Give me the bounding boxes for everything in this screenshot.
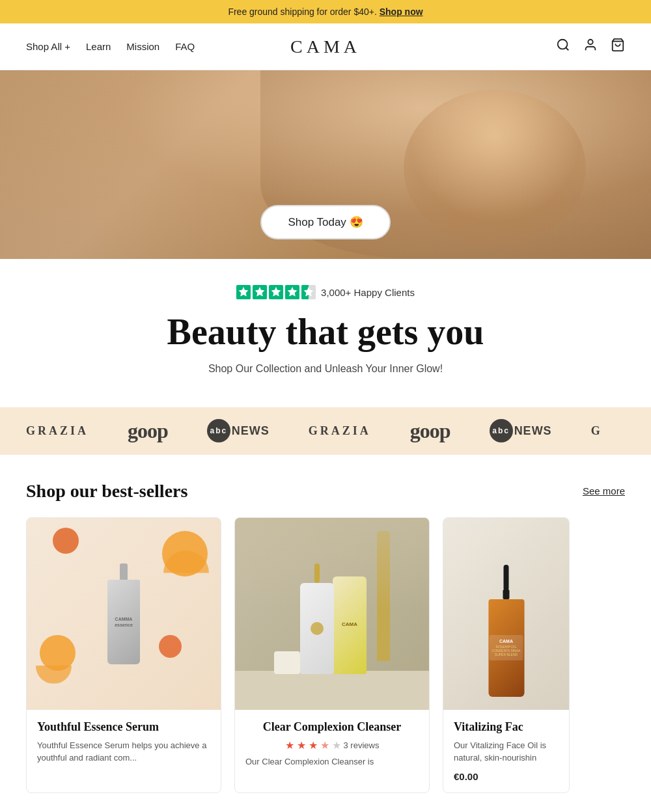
hero-cta-button[interactable]: Shop Today 😍: [260, 205, 390, 239]
product-desc-serum: Youthful Essence Serum helps you achieve…: [37, 739, 210, 765]
product-image-oil: CAMA ROSEHIP OIL CONDENTA SINAA SUPER BL…: [443, 518, 569, 710]
svg-point-1: [588, 40, 592, 44]
products-grid: CAMMAessence Youthful Essence Serum Yout…: [26, 517, 625, 793]
star-filled-3: ★: [309, 739, 318, 751]
star-4-icon: [285, 285, 299, 299]
trust-stars-row: 3,000+ Happy Clients: [13, 285, 638, 299]
product-info-serum: Youthful Essence Serum Youthful Essence …: [27, 710, 221, 781]
trustpilot-stars: [236, 285, 316, 299]
star-filled-1: ★: [285, 739, 294, 751]
grazia-logo-2: GRAZIA: [309, 424, 371, 438]
product-card-cleanser[interactable]: CAMA Clear Complexion Cleanser ★ ★ ★ ★ ★…: [234, 517, 430, 793]
product-image-serum: CAMMAessence: [27, 518, 221, 710]
grazia-logo-3: G: [591, 424, 603, 438]
nav-learn[interactable]: Learn: [86, 41, 111, 52]
best-sellers-section: Shop our best-sellers See more CAMMAesse…: [0, 455, 651, 793]
section-header: Shop our best-sellers See more: [26, 481, 625, 502]
section-title: Shop our best-sellers: [26, 481, 187, 502]
product-info-oil: Vitalizing Fac Our Vitalizing Face Oil i…: [443, 710, 569, 792]
product-card-oil[interactable]: CAMA ROSEHIP OIL CONDENTA SINAA SUPER BL…: [443, 517, 570, 793]
nav-logo[interactable]: CAMA: [290, 36, 361, 57]
star-half: ★: [320, 739, 329, 751]
announcement-text: Free ground shipping for order $40+.: [228, 7, 376, 17]
main-subtext: Shop Our Collection and Unleash Your Inn…: [13, 363, 638, 375]
product-desc-oil: Our Vitalizing Face Oil is natural, skin…: [454, 739, 559, 765]
abc-news-logo-2: abc NEWS: [490, 419, 552, 442]
hero-section: Shop Today 😍: [0, 70, 651, 259]
account-icon[interactable]: [583, 38, 598, 55]
product-desc-cleanser: Our Clear Complexion Cleanser is: [245, 755, 419, 768]
press-bar: GRAZIA goop abc NEWS GRAZIA goop abc NEW…: [0, 407, 651, 455]
nav-faq[interactable]: FAQ: [175, 41, 195, 52]
abc-news-logo-1: abc NEWS: [207, 419, 270, 442]
navigation: Shop All + Learn Mission FAQ CAMA: [0, 23, 651, 70]
product-price-oil: €0.00: [454, 771, 559, 782]
see-more-link[interactable]: See more: [583, 485, 625, 496]
star-3-icon: [269, 285, 283, 299]
product-card-serum[interactable]: CAMMAessence Youthful Essence Serum Yout…: [26, 517, 221, 793]
nav-right: [556, 38, 625, 55]
product-info-cleanser: Clear Complexion Cleanser ★ ★ ★ ★ ★ 3 re…: [235, 710, 429, 785]
star-empty-1: ★: [332, 739, 341, 751]
press-logos: GRAZIA goop abc NEWS GRAZIA goop abc NEW…: [0, 419, 651, 443]
star-1-icon: [236, 285, 251, 299]
nav-mission[interactable]: Mission: [126, 41, 159, 52]
search-icon[interactable]: [556, 38, 570, 55]
goop-logo-1: goop: [128, 419, 168, 443]
product-name-serum: Youthful Essence Serum: [37, 720, 210, 734]
star-2-icon: [253, 285, 267, 299]
star-half-icon: [301, 285, 316, 299]
announcement-bar: Free ground shipping for order $40+. Sho…: [0, 0, 651, 23]
product-name-cleanser: Clear Complexion Cleanser: [245, 720, 419, 734]
star-filled-2: ★: [297, 739, 306, 751]
goop-logo-2: goop: [410, 419, 450, 443]
grazia-logo-1: GRAZIA: [26, 424, 89, 438]
nav-shop-all[interactable]: Shop All +: [26, 41, 70, 52]
happy-clients-count: 3,000+ Happy Clients: [321, 287, 415, 298]
review-count-cleanser: 3 reviews: [344, 740, 380, 750]
product-stars-cleanser: ★ ★ ★ ★ ★ 3 reviews: [245, 739, 419, 751]
main-headline: Beauty that gets you: [13, 312, 638, 353]
nav-left: Shop All + Learn Mission FAQ: [26, 41, 195, 52]
trust-section: 3,000+ Happy Clients Beauty that gets yo…: [0, 259, 651, 407]
product-name-oil: Vitalizing Fac: [454, 720, 559, 734]
svg-point-0: [558, 40, 568, 49]
cart-icon[interactable]: [611, 38, 625, 55]
product-image-cleanser: CAMA: [235, 518, 429, 710]
announcement-link[interactable]: Shop now: [380, 7, 423, 17]
